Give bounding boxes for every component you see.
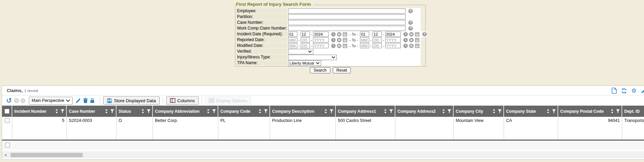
incident-to-day-input[interactable]: [373, 32, 382, 37]
clear-date-icon[interactable]: [409, 32, 414, 37]
filter-funnel-icon[interactable]: [212, 109, 216, 113]
partition-input[interactable]: [288, 14, 406, 19]
filter-funnel-icon[interactable]: [61, 109, 64, 113]
edit-pencil-icon[interactable]: [641, 88, 644, 94]
sort-icon[interactable]: [105, 109, 108, 113]
sort-icon[interactable]: [492, 109, 496, 113]
filter-funnel-icon[interactable]: [552, 109, 556, 113]
sort-icon[interactable]: [207, 109, 210, 113]
clock-icon[interactable]: [403, 38, 408, 42]
column-header-company-code[interactable]: Company Code: [218, 106, 270, 117]
filter-funnel-icon[interactable]: [447, 109, 451, 113]
reported-from-day-input[interactable]: [301, 37, 310, 42]
column-header-company-address2[interactable]: Company Address2: [395, 106, 454, 117]
reported-to-month-input[interactable]: [360, 37, 369, 42]
modified-to-day-input[interactable]: [373, 43, 382, 48]
column-header-company-description[interactable]: Company Description: [270, 106, 336, 117]
calendar-icon[interactable]: [343, 38, 347, 42]
work-comp-input[interactable]: [288, 26, 406, 31]
column-header-status[interactable]: Status: [116, 106, 153, 117]
filter-funnel-icon[interactable]: [147, 109, 151, 113]
column-header-company-state[interactable]: Company State: [504, 106, 558, 117]
filter-funnel-icon[interactable]: [498, 109, 502, 113]
row-checkbox[interactable]: [5, 118, 10, 123]
sort-icon[interactable]: [258, 109, 262, 113]
clock-icon[interactable]: [403, 43, 408, 48]
delete-perspective-trash-icon[interactable]: [83, 98, 88, 103]
previous-perspective-icon[interactable]: ‹: [14, 98, 19, 103]
column-header-company-address1[interactable]: Company Address1: [336, 106, 395, 117]
sort-icon[interactable]: [55, 109, 58, 113]
perspective-select[interactable]: Main Perspective: [29, 97, 73, 105]
reset-button[interactable]: Reset: [333, 67, 351, 73]
incident-to-month-input[interactable]: [360, 32, 369, 37]
verified-select[interactable]: [288, 49, 313, 54]
modified-to-year-input[interactable]: [385, 43, 401, 48]
store-displayed-data-button[interactable]: Store Displayed Data: [103, 96, 160, 105]
filter-funnel-icon[interactable]: [264, 109, 268, 113]
filter-funnel-icon[interactable]: [389, 109, 393, 113]
reported-from-month-input[interactable]: [288, 37, 297, 42]
sort-icon[interactable]: [384, 109, 387, 113]
calendar-icon[interactable]: [343, 43, 347, 48]
next-perspective-icon[interactable]: ›: [20, 98, 26, 103]
employee-input[interactable]: [288, 8, 406, 14]
edit-perspective-pencil-icon[interactable]: [75, 98, 81, 104]
footer-checkbox[interactable]: [5, 143, 10, 147]
filter-funnel-icon[interactable]: [616, 109, 620, 113]
incident-from-year-input[interactable]: [313, 32, 329, 37]
reported-to-day-input[interactable]: [373, 37, 382, 42]
calendar-icon[interactable]: [343, 32, 347, 37]
modified-to-month-input[interactable]: [360, 43, 369, 48]
clock-icon[interactable]: [331, 32, 336, 37]
column-header-incident-number[interactable]: Incident Number: [12, 106, 67, 117]
injury-type-select[interactable]: [288, 55, 337, 60]
clear-date-icon[interactable]: [409, 43, 414, 48]
column-header-case-number[interactable]: Case Number: [67, 106, 116, 117]
clock-icon[interactable]: [403, 32, 408, 37]
modified-from-day-input[interactable]: [301, 43, 310, 48]
new-document-icon[interactable]: [612, 88, 617, 94]
reported-to-year-input[interactable]: [385, 37, 401, 42]
incident-from-month-input[interactable]: [288, 32, 297, 37]
horizontal-scrollbar[interactable]: [2, 151, 644, 158]
reported-from-year-input[interactable]: [313, 37, 329, 42]
sort-icon[interactable]: [141, 109, 144, 113]
modified-from-month-input[interactable]: [288, 43, 297, 48]
column-header-company-city[interactable]: Company City: [454, 106, 504, 117]
undo-icon[interactable]: ↺: [6, 97, 12, 104]
calendar-icon[interactable]: [415, 32, 420, 37]
calendar-icon[interactable]: [415, 38, 420, 42]
select-all-checkbox[interactable]: [5, 109, 9, 113]
tpa-name-select[interactable]: Liberty Mutual: [288, 60, 321, 66]
refresh-icon[interactable]: [621, 88, 627, 94]
help-icon[interactable]: ?: [408, 9, 413, 13]
clear-date-icon[interactable]: [337, 38, 342, 42]
clock-icon[interactable]: [331, 43, 336, 48]
table-row[interactable]: 5 S2024-0003 O Better Corp. PL Productio…: [2, 117, 644, 140]
modified-from-year-input[interactable]: [313, 43, 329, 48]
lock-perspective-icon[interactable]: [90, 98, 95, 103]
scroll-left-arrow-icon[interactable]: [4, 154, 6, 157]
incident-from-day-input[interactable]: [301, 32, 310, 37]
column-header-company-postal-code[interactable]: Company Postal Code: [558, 106, 622, 117]
sort-icon[interactable]: [324, 109, 327, 113]
scrollbar-thumb[interactable]: [11, 153, 83, 157]
column-header-dept-id[interactable]: Dept. ID: [622, 106, 644, 117]
gear-icon[interactable]: ⚙: [631, 88, 637, 94]
clear-date-icon[interactable]: [337, 32, 342, 37]
sort-icon[interactable]: [442, 109, 445, 113]
sort-icon[interactable]: [611, 109, 614, 113]
sort-icon[interactable]: [547, 109, 550, 113]
help-icon[interactable]: ?: [422, 32, 427, 36]
filter-funnel-icon[interactable]: [110, 109, 114, 113]
columns-button[interactable]: Columns: [166, 96, 199, 105]
case-number-input[interactable]: [288, 20, 406, 25]
filter-funnel-icon[interactable]: [330, 109, 333, 113]
column-header-company-abbreviation[interactable]: Company Abbreviation: [153, 106, 218, 117]
calendar-icon[interactable]: [415, 43, 420, 48]
help-icon[interactable]: ?: [408, 20, 413, 25]
clock-icon[interactable]: [331, 38, 336, 42]
incident-to-year-input[interactable]: [385, 32, 401, 37]
clear-date-icon[interactable]: [409, 38, 414, 42]
